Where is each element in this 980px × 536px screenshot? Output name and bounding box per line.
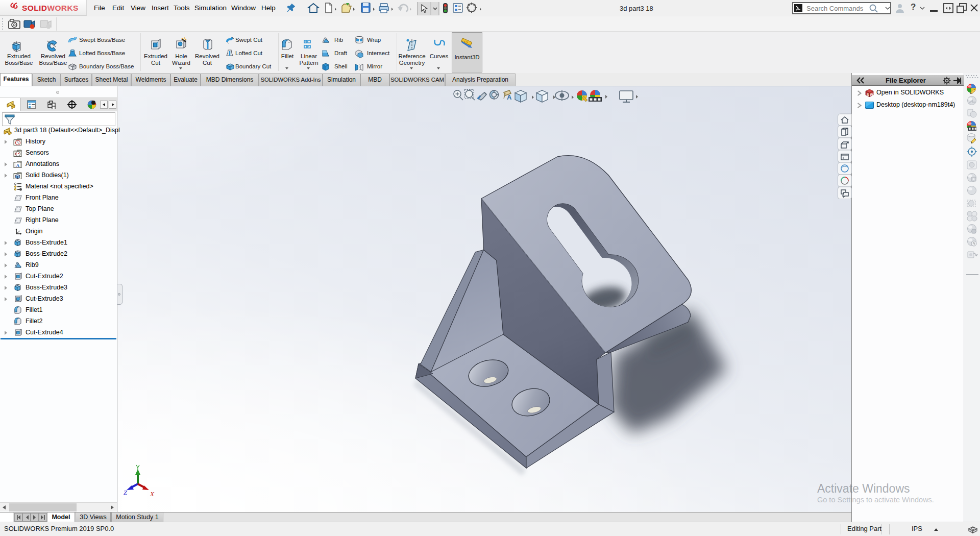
svg-text:A: A xyxy=(507,93,512,101)
svg-text:SOLIDWORKS: SOLIDWORKS xyxy=(22,4,79,12)
svg-text:Z: Z xyxy=(124,489,128,496)
svg-text:W: W xyxy=(870,93,874,96)
svg-text:X: X xyxy=(150,490,155,498)
svg-text:S: S xyxy=(867,93,869,96)
